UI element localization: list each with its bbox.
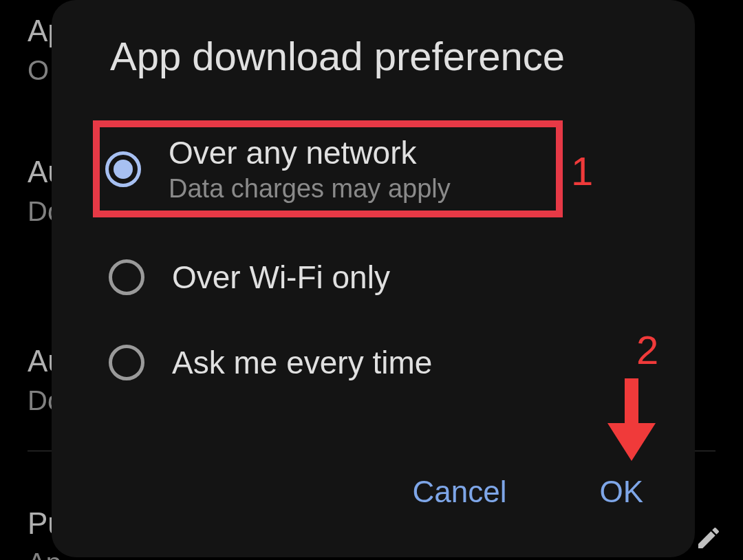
option-text: Over Wi-Fi only <box>172 259 390 296</box>
radio-selected-icon <box>105 151 141 187</box>
edit-pencil-icon[interactable] <box>695 524 722 552</box>
annotation-number-2: 2 <box>636 327 658 373</box>
annotation-number-1: 1 <box>571 148 593 194</box>
option-label: Over Wi-Fi only <box>172 259 390 296</box>
radio-unselected-icon <box>109 345 144 380</box>
option-text: Over any network Data charges may apply <box>169 134 451 204</box>
ok-button[interactable]: OK <box>599 475 643 509</box>
option-over-wifi-only[interactable]: Over Wi-Fi only <box>103 252 660 303</box>
option-over-any-network[interactable]: Over any network Data charges may apply <box>93 120 563 217</box>
app-download-preference-dialog: App download preference Over any network… <box>52 0 695 557</box>
annotation-arrow-icon <box>604 375 659 464</box>
option-label: Over any network <box>169 134 451 171</box>
dialog-title: App download preference <box>110 33 660 79</box>
option-ask-every-time[interactable]: Ask me every time <box>103 337 660 388</box>
option-text: Ask me every time <box>172 344 432 381</box>
cancel-button[interactable]: Cancel <box>412 475 506 509</box>
dialog-action-buttons: Cancel OK <box>412 475 643 509</box>
option-subtext: Data charges may apply <box>169 174 451 204</box>
radio-unselected-icon <box>109 259 144 295</box>
option-label: Ask me every time <box>172 344 432 381</box>
